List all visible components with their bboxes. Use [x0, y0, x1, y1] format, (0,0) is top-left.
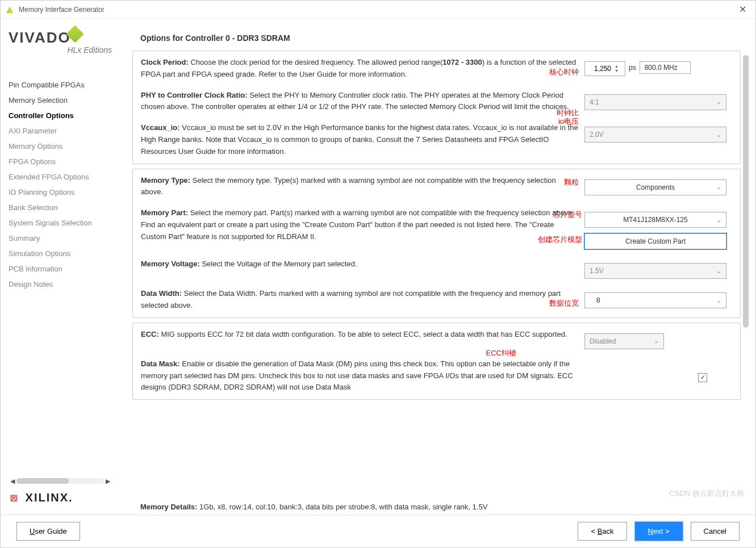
nav-item-9[interactable]: System Signals Selection — [9, 215, 112, 231]
mempart-label: Memory Part: — [141, 208, 188, 217]
clock-unit: ps — [629, 61, 636, 72]
ratio-label: PHY to Controller Clock Ratio: — [141, 91, 248, 99]
xilinx-logo: ⦻ XILINX. — [9, 491, 112, 504]
nav-item-12[interactable]: PCB information — [9, 261, 112, 277]
ratio-controls: 4:1⌄ — [584, 90, 732, 114]
width-controls: 8⌄ — [584, 288, 732, 312]
create-custom-part-button[interactable]: Create Custom Part — [584, 233, 726, 249]
close-icon[interactable]: ✕ — [734, 4, 751, 15]
nav-item-2[interactable]: Controller Options — [9, 108, 112, 123]
mempart-select[interactable]: MT41J128M8XX-125⌄ — [584, 212, 726, 228]
main: VIVADO HLx Editions Pin Compatible FPGAs… — [1, 19, 755, 514]
ratio-select: 4:1⌄ — [584, 94, 726, 110]
nav-item-10[interactable]: Summary — [9, 231, 112, 246]
nav-item-13[interactable]: Design Notes — [9, 277, 112, 292]
user-guide-button[interactable]: User Guide — [16, 522, 80, 541]
clock-label: Clock Period: — [141, 58, 189, 66]
anno-ecc: ECC纠错 — [486, 348, 516, 358]
memtype-label: Memory Type: — [141, 176, 190, 185]
panel-ecc: ECC: MIG supports ECC for 72 bit data wi… — [132, 323, 741, 400]
row-mask: Data Mask: Enable or disable the generat… — [141, 358, 732, 394]
voltage-label: Memory Voltage: — [141, 260, 200, 268]
details-label: Memory Details: — [140, 503, 197, 511]
app-icon — [5, 5, 14, 14]
mempart-desc: Memory Part: Select the memory part. Par… — [141, 207, 584, 249]
next-button[interactable]: Next > — [635, 522, 683, 541]
titlebar: Memory Interface Generator ✕ — [1, 1, 755, 19]
scroll-area[interactable]: Clock Period: Choose the clock period fo… — [126, 51, 750, 499]
memtype-desc: Memory Type: Select the memory type. Typ… — [141, 175, 584, 199]
chevron-down-icon: ⌄ — [716, 183, 721, 191]
sidebar: VIVADO HLx Editions Pin Compatible FPGAs… — [1, 19, 120, 514]
back-button[interactable]: < Back — [578, 522, 626, 541]
mask-controls: ✓ — [584, 358, 732, 394]
bottom-bar: User Guide < Back Next > Cancel — [1, 514, 755, 547]
nav-item-3[interactable]: AXI Parameter — [9, 123, 112, 139]
details-value: 1Gb, x8, row:14, col:10, bank:3, data bi… — [197, 503, 487, 511]
anno-vccaux: io电压 — [558, 116, 579, 127]
row-clock-period: Clock Period: Choose the clock period fo… — [141, 57, 732, 81]
ecc-desc: ECC: MIG supports ECC for 72 bit data wi… — [141, 329, 584, 349]
width-desc: Data Width: Select the Data Width. Parts… — [141, 288, 584, 312]
panel-memory: Memory Type: Select the memory type. Typ… — [132, 169, 741, 318]
width-label: Data Width: — [141, 289, 182, 298]
chevron-down-icon: ⌄ — [716, 267, 721, 275]
voltage-select: 1.5V⌄ — [584, 263, 726, 279]
row-width: Data Width: Select the Data Width. Parts… — [141, 288, 732, 312]
nav-item-6[interactable]: Extended FPGA Options — [9, 169, 112, 185]
vccaux-label: Vccaux_io: — [141, 123, 180, 132]
row-ratio: PHY to Controller Clock Ratio: Select th… — [141, 90, 732, 114]
spin-down-icon[interactable]: ▼ — [613, 69, 620, 73]
nav-item-8[interactable]: Bank Selection — [9, 200, 112, 215]
vivado-logo: VIVADO — [9, 29, 112, 47]
scroll-right-icon[interactable]: ▶ — [104, 478, 112, 485]
anno-custompart: 创建芯片模型 — [538, 235, 582, 245]
anno-width: 数据位宽 — [549, 298, 579, 308]
scroll-track[interactable] — [16, 478, 104, 484]
memtype-controls: Components⌄ — [584, 175, 732, 199]
mask-desc: Data Mask: Enable or disable the generat… — [141, 358, 584, 394]
row-voltage: Memory Voltage: Select the Voltage of th… — [141, 258, 732, 279]
mask-label: Data Mask: — [141, 359, 180, 368]
width-select[interactable]: 8⌄ — [584, 292, 726, 308]
ecc-controls: Disabled⌄ — [584, 329, 732, 349]
row-memtype: Memory Type: Select the memory type. Typ… — [141, 175, 732, 199]
nav-item-1[interactable]: Memory Selection — [9, 93, 112, 108]
mask-checkbox[interactable]: ✓ — [698, 373, 707, 382]
nav-item-0[interactable]: Pin Compatible FPGAs — [9, 77, 112, 93]
vivado-text: VIVADO — [9, 29, 71, 46]
nav-item-4[interactable]: Memory Options — [9, 139, 112, 154]
chevron-down-icon: ⌄ — [654, 337, 659, 345]
memory-details-line: Memory Details: 1Gb, x8, row:14, col:10,… — [126, 499, 750, 514]
memtype-select[interactable]: Components⌄ — [584, 179, 726, 195]
content: Options for Controller 0 - DDR3 SDRAM Cl… — [120, 19, 755, 514]
voltage-desc: Memory Voltage: Select the Voltage of th… — [141, 258, 584, 279]
clock-period-spinner[interactable]: ▲▼ — [584, 61, 625, 76]
logo-area: VIVADO HLx Editions — [9, 29, 112, 55]
row-ecc: ECC: MIG supports ECC for 72 bit data wi… — [141, 329, 732, 349]
vccaux-select: 2.0V⌄ — [584, 127, 726, 143]
anno-memtype: 颗粒 — [564, 177, 579, 187]
sidebar-scrollbar[interactable]: ◀ ▶ — [9, 476, 112, 486]
spin-up-icon[interactable]: ▲ — [613, 64, 620, 69]
anno-clock: 核心时钟 — [549, 67, 579, 77]
page-title: Options for Controller 0 - DDR3 SDRAM — [140, 34, 750, 43]
cancel-button[interactable]: Cancel — [691, 522, 740, 541]
row-vccaux: Vccaux_io: Vccaux_io must be set to 2.0V… — [141, 122, 732, 157]
scroll-left-icon[interactable]: ◀ — [9, 478, 16, 485]
window: Memory Interface Generator ✕ VIVADO HLx … — [0, 0, 756, 548]
nav-item-11[interactable]: Simulation Options — [9, 246, 112, 261]
chevron-down-icon: ⌄ — [716, 131, 721, 139]
chevron-down-icon: ⌄ — [716, 98, 721, 106]
vertical-scroll-thumb[interactable] — [743, 55, 749, 328]
clock-desc: Clock Period: Choose the clock period fo… — [141, 57, 584, 81]
row-mempart: Memory Part: Select the memory part. Par… — [141, 207, 732, 249]
xilinx-text: XILINX. — [26, 491, 73, 504]
anno-mempart: 芯片型号 — [553, 210, 582, 220]
scroll-thumb[interactable] — [16, 478, 69, 484]
window-title: Memory Interface Generator — [19, 6, 734, 14]
clock-mhz-display: 800.0 MHz — [640, 61, 691, 74]
nav-item-5[interactable]: FPGA Options — [9, 154, 112, 169]
nav-item-7[interactable]: IO Planning Options — [9, 185, 112, 200]
clock-period-input[interactable] — [585, 65, 613, 73]
